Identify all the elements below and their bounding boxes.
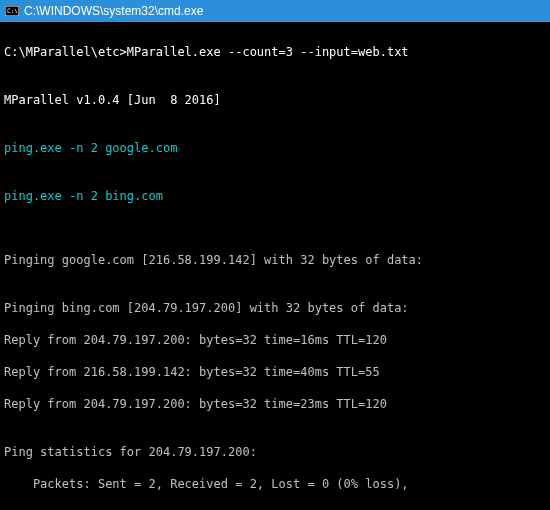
stats-packets-line: Packets: Sent = 2, Received = 2, Lost = … — [4, 476, 546, 492]
reply-line: Reply from 204.79.197.200: bytes=32 time… — [4, 396, 546, 412]
ping-header-line: Pinging google.com [216.58.199.142] with… — [4, 252, 546, 268]
command-line: ping.exe -n 2 google.com — [4, 140, 546, 156]
prompt-line: C:\MParallel\etc>MParallel.exe --count=3… — [4, 44, 546, 60]
reply-line: Reply from 216.58.199.142: bytes=32 time… — [4, 364, 546, 380]
reply-line: Reply from 204.79.197.200: bytes=32 time… — [4, 332, 546, 348]
version-line: MParallel v1.0.4 [Jun 8 2016] — [4, 92, 546, 108]
window-titlebar[interactable]: C:\ C:\WINDOWS\system32\cmd.exe — [0, 0, 550, 22]
cmd-icon: C:\ — [4, 5, 20, 17]
svg-text:C:\: C:\ — [7, 7, 18, 14]
terminal-output: C:\MParallel\etc>MParallel.exe --count=3… — [0, 22, 550, 510]
ping-header-line: Pinging bing.com [204.79.197.200] with 3… — [4, 300, 546, 316]
command-line: ping.exe -n 2 bing.com — [4, 188, 546, 204]
stats-header-line: Ping statistics for 204.79.197.200: — [4, 444, 546, 460]
window-title: C:\WINDOWS\system32\cmd.exe — [24, 4, 203, 18]
